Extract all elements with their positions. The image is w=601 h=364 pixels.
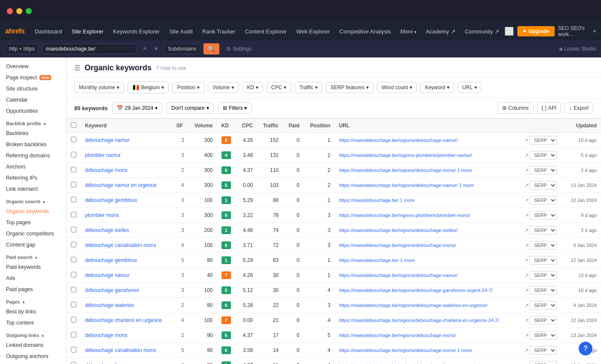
nav-content-explorer[interactable]: Content Explorer (240, 26, 291, 37)
date-button[interactable]: 📅 29 Jan 2024 ▾ (112, 102, 162, 114)
url-link-9[interactable]: https://maesdebouchage.be/regions/debouc… (339, 273, 458, 278)
api-button[interactable]: { } API (537, 102, 562, 114)
url-link-2[interactable]: https://maesdebouchage.be/regions/debouc… (339, 168, 456, 173)
url-link-0[interactable]: https://maesdebouchage.be/regions/debouc… (339, 138, 458, 143)
chart-icon-5[interactable]: ↗ (525, 213, 528, 218)
sidebar-item-calendar[interactable]: Calendar (0, 94, 66, 105)
url-link-13[interactable]: https://maesdebouchage.be/regions/debouc… (339, 333, 456, 338)
country-filter[interactable]: 🇧🇪 Belgium ▾ (127, 81, 169, 93)
row-checkbox-0[interactable] (71, 137, 76, 142)
chart-icon-7[interactable]: ↗ (525, 243, 528, 248)
sidebar-item-paid-keywords[interactable]: Paid keywords (0, 262, 66, 273)
more-link-2[interactable]: 1 more (457, 168, 472, 173)
sidebar-item-content-gap[interactable]: Content gap (0, 239, 66, 250)
chart-icon-6[interactable]: ↗ (525, 228, 528, 233)
columns-button[interactable]: ⊞ Columns (498, 102, 533, 114)
filters-button[interactable]: ⊞ Filters ▾ (218, 102, 252, 114)
compare-button[interactable]: Don't compare ▾ (167, 102, 214, 114)
nav-keywords-explorer[interactable]: Keywords Explorer (109, 26, 164, 37)
keyword-link-14[interactable]: débouchage canalisation mons (85, 347, 156, 353)
monthly-volume-filter[interactable]: Monthly volume ▾ (74, 82, 124, 93)
chart-icon-12[interactable]: ↗ (525, 318, 528, 323)
row-checkbox-8[interactable] (71, 257, 76, 262)
serp-select-1[interactable]: SERP (529, 151, 557, 159)
looker-studio-button[interactable]: ◈ Looker Studio (559, 46, 596, 52)
subdomain-select[interactable]: Subdomains (164, 44, 200, 54)
chart-icon-4[interactable]: ↗ (525, 198, 528, 203)
row-checkbox-12[interactable] (71, 317, 76, 322)
keyword-link-6[interactable]: débouchage ixelles (85, 227, 129, 233)
sidebar-item-organic-keywords[interactable]: Organic keywords (0, 206, 66, 217)
serp-select-15[interactable]: SERP (529, 361, 557, 364)
sidebar-item-top-content[interactable]: Top content (0, 317, 66, 328)
url-link-10[interactable]: https://maesdebouchage.be/regions/debouc… (339, 288, 493, 293)
chart-icon-9[interactable]: ↗ (525, 273, 528, 278)
serp-select-4[interactable]: SERP (529, 196, 557, 205)
nav-competitive-analysis[interactable]: Competitive Analysis (335, 26, 395, 37)
sidebar-item-site-structure[interactable]: Site structure (0, 83, 66, 94)
url-link-8[interactable]: https://maesdebouchage.be/ (339, 258, 399, 263)
serp-select-3[interactable]: SERP (529, 181, 557, 190)
keyword-link-9[interactable]: debouchage namur (85, 272, 129, 278)
nav-site-audit[interactable]: Site Audit (165, 26, 197, 37)
row-checkbox-2[interactable] (71, 167, 76, 172)
select-all-checkbox[interactable] (71, 122, 76, 128)
row-checkbox-10[interactable] (71, 287, 76, 292)
keyword-link-15[interactable]: débouchage liege en urgence (85, 362, 153, 364)
cpc-filter[interactable]: CPC ▾ (267, 82, 291, 93)
keyword-link-8[interactable]: debouchage gembloux (85, 257, 137, 263)
url-link-14[interactable]: https://maesdebouchage.be/regions/debouc… (339, 348, 456, 353)
nav-dashboard[interactable]: Dashboard (30, 26, 67, 37)
sidebar-item-opportunities[interactable]: Opportunities (0, 105, 66, 117)
keyword-link-13[interactable]: debouchage mons (85, 332, 127, 338)
sidebar-item-referring-ips[interactable]: Referring IPs (0, 172, 66, 184)
hamburger-icon[interactable]: ☰ (74, 64, 80, 72)
chart-icon-13[interactable]: ↗ (525, 333, 528, 338)
url-link-3[interactable]: https://maesdebouchage.be/regions/debouc… (339, 183, 458, 188)
more-link-8[interactable]: 1 more (400, 258, 415, 263)
nav-academy[interactable]: Academy ↗ (422, 26, 460, 37)
more-link-4[interactable]: 1 more (400, 198, 415, 203)
chart-icon-0[interactable]: ↗ (525, 138, 528, 143)
sidebar-item-page-inspect[interactable]: Page inspect New (0, 72, 66, 83)
nav-site-explorer[interactable]: Site Explorer (67, 26, 108, 37)
nav-more[interactable]: More (396, 26, 420, 37)
serp-select-2[interactable]: SERP (529, 166, 557, 174)
nav-community[interactable]: Community ↗ (461, 26, 504, 37)
user-workspace[interactable]: SEO SEO's work... (558, 25, 590, 37)
sidebar-item-organic-competitors[interactable]: Organic competitors (0, 228, 66, 239)
sidebar-item-backlinks[interactable]: Backlinks (0, 128, 66, 139)
url-link-5[interactable]: https://maesdebouchage.be/regions-plombe… (339, 213, 470, 218)
traffic-filter[interactable]: Traffic ▾ (294, 82, 322, 93)
serp-select-10[interactable]: SERP (529, 286, 557, 295)
serp-select-8[interactable]: SERP (529, 256, 557, 265)
clear-url-icon[interactable]: ✕ (152, 45, 161, 53)
row-checkbox-4[interactable] (71, 197, 76, 202)
keyword-link-3[interactable]: débouchage namur en urgence (85, 182, 157, 188)
serp-select-5[interactable]: SERP (529, 211, 557, 220)
serp-features-filter[interactable]: SERP features ▾ (326, 82, 373, 93)
serp-select-14[interactable]: SERP (529, 346, 557, 355)
row-checkbox-6[interactable] (71, 227, 76, 232)
nav-rank-tracker[interactable]: Rank Tracker (198, 26, 240, 37)
sidebar-section-backlink[interactable]: Backlink profile ▲ (0, 117, 66, 128)
serp-select-12[interactable]: SERP (529, 316, 557, 325)
keyword-link-0[interactable]: débouchage namur (85, 137, 129, 143)
word-count-filter[interactable]: Word count ▾ (377, 82, 417, 93)
sidebar-item-referring-domains[interactable]: Referring domains (0, 150, 66, 161)
sidebar-item-outgoing-anchors[interactable]: Outgoing anchors (0, 351, 66, 362)
keyword-filter[interactable]: Keyword ▾ (420, 82, 454, 93)
sidebar-item-top-pages[interactable]: Top pages (0, 217, 66, 228)
sidebar-item-outgoing-links[interactable]: Outgoing links (0, 362, 66, 364)
keyword-link-1[interactable]: plombier namur (85, 152, 121, 158)
help-button[interactable]: ? (579, 342, 592, 355)
sidebar-item-anchors[interactable]: Anchors (0, 161, 66, 172)
sidebar-section-paid[interactable]: Paid search ▲ (0, 250, 66, 262)
serp-select-9[interactable]: SERP (529, 271, 557, 280)
traffic-light-yellow[interactable] (16, 8, 22, 14)
serp-select-0[interactable]: SERP (529, 136, 557, 144)
keyword-link-2[interactable]: débouchage mons (85, 167, 127, 173)
row-checkbox-1[interactable] (71, 152, 76, 157)
open-link-icon[interactable]: ↗ (140, 45, 149, 53)
keyword-link-7[interactable]: débouchage canalisation mons (85, 242, 156, 248)
